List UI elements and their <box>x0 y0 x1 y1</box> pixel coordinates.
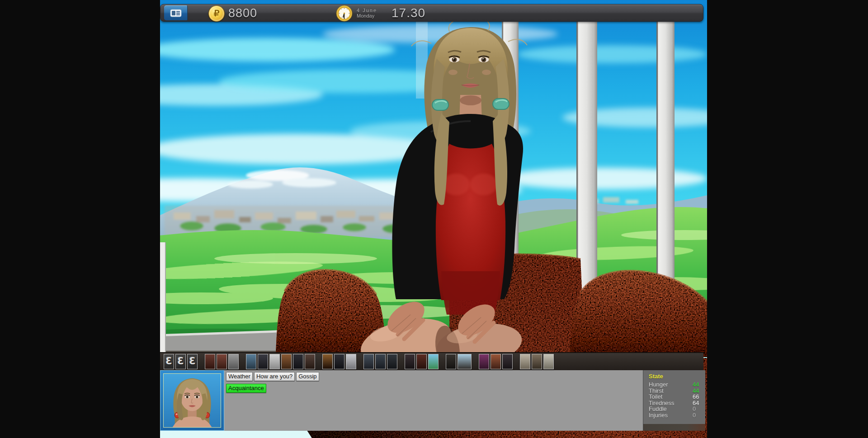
state-panel-title: State <box>649 373 705 380</box>
location-thumbnail[interactable] <box>502 354 513 369</box>
location-thumbnail[interactable] <box>269 354 280 369</box>
stat-label: Injuries <box>649 412 668 419</box>
location-thumbnail[interactable] <box>305 354 315 369</box>
state-stats: Hunger44Thirst44Toilet66Tiredness64Fuddl… <box>649 381 705 419</box>
stat-row: Tiredness64 <box>649 400 705 406</box>
stat-value: 64 <box>693 400 699 406</box>
person-glyph-icon: Ɛ <box>176 354 185 369</box>
location-thumbnail[interactable] <box>205 354 215 369</box>
stat-value: 44 <box>693 381 699 388</box>
location-thumbnail[interactable] <box>479 354 489 369</box>
journal-icon <box>170 9 182 17</box>
location-thumbnail[interactable] <box>458 354 472 369</box>
stat-row: Thirst44 <box>649 388 705 394</box>
location-thumbnail[interactable] <box>387 354 397 369</box>
location-thumbnail[interactable] <box>246 354 256 369</box>
stat-value: 66 <box>693 394 699 400</box>
portrait-image <box>163 373 221 428</box>
character-thumbnail[interactable]: Ɛ <box>175 354 186 369</box>
date-day: 4 June <box>357 8 377 13</box>
money-amount: 8800 <box>228 5 257 22</box>
location-thumbnail[interactable] <box>334 354 344 369</box>
location-thumbnail[interactable] <box>532 354 542 369</box>
location-thumbnail[interactable] <box>543 354 554 369</box>
date-weekday: Monday <box>357 13 377 19</box>
location-thumbnail[interactable] <box>416 354 427 369</box>
dialog-option-button[interactable]: Weather <box>226 372 253 381</box>
location-thumbnail[interactable] <box>322 354 333 369</box>
person-glyph-icon: Ɛ <box>188 354 197 369</box>
character-portrait[interactable] <box>160 370 224 431</box>
location-thumbnail[interactable] <box>258 354 268 369</box>
character-thumbnail[interactable]: Ɛ <box>187 354 198 369</box>
stat-value: 0 <box>693 406 696 412</box>
dialog-option-button[interactable]: How are you? <box>254 372 295 381</box>
location-thumbnail[interactable] <box>491 354 501 369</box>
dialog-option-button[interactable]: Gossip <box>296 372 319 381</box>
state-panel: State Hunger44Thirst44Toilet66Tiredness6… <box>643 370 705 431</box>
time-display: 17.30 <box>392 5 425 22</box>
location-thumbnail[interactable] <box>346 354 356 369</box>
person-glyph-icon: Ɛ <box>164 354 174 369</box>
location-thumbnail[interactable] <box>375 354 386 369</box>
location-thumbnail[interactable] <box>217 354 227 369</box>
top-hud-bar: ₽ 8800 4 June Monday 17.30 <box>160 4 703 22</box>
location-thumbnail[interactable] <box>281 354 292 369</box>
stat-value: 44 <box>693 388 699 394</box>
clock-icon <box>336 5 353 22</box>
location-thumbnail[interactable] <box>520 354 530 369</box>
dialog-bar: WeatherHow are you?GossipAcquaintance St… <box>160 370 705 431</box>
location-thumbnail-bar: ƐƐƐ <box>160 352 703 370</box>
character-thumbnail[interactable]: Ɛ <box>164 354 174 369</box>
location-thumbnail[interactable] <box>363 354 374 369</box>
location-thumbnail[interactable] <box>293 354 303 369</box>
location-thumbnail[interactable] <box>446 354 456 369</box>
stat-value: 0 <box>693 412 696 419</box>
date-display: 4 June Monday <box>357 8 377 19</box>
stat-row: Toilet66 <box>649 394 705 400</box>
ruble-coin-icon: ₽ <box>208 5 225 22</box>
journal-menu-button[interactable] <box>164 5 188 20</box>
stat-row: Hunger44 <box>649 381 705 388</box>
location-thumbnail[interactable] <box>228 354 239 369</box>
location-thumbnail[interactable] <box>405 354 415 369</box>
location-thumbnail[interactable] <box>428 354 439 369</box>
dialog-option-button[interactable]: Acquaintance <box>226 384 266 393</box>
stat-row: Injuries0 <box>649 412 705 419</box>
stat-row: Fuddle0 <box>649 406 705 412</box>
dialog-options: WeatherHow are you?GossipAcquaintance <box>224 370 643 431</box>
game-window: ₽ 8800 4 June Monday 17.30 ƐƐƐ <box>160 0 707 438</box>
